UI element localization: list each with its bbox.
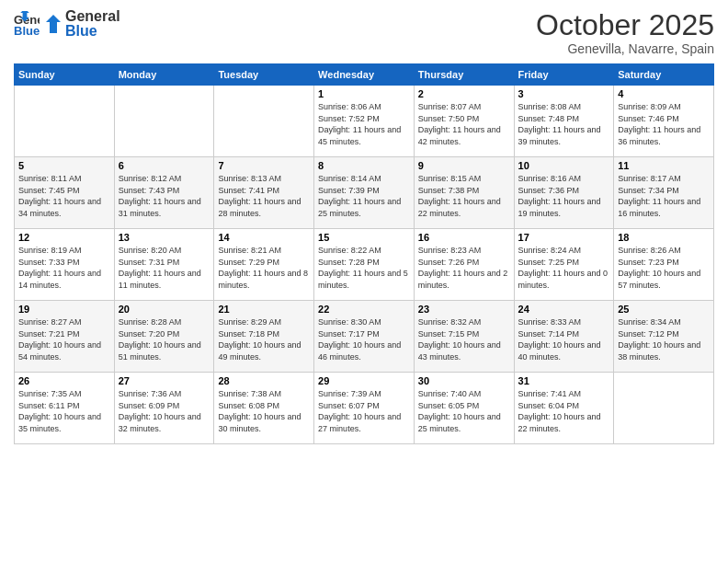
calendar-cell: 27Sunrise: 7:36 AM Sunset: 6:09 PM Dayli… (114, 373, 214, 444)
calendar-week-3: 12Sunrise: 8:19 AM Sunset: 7:33 PM Dayli… (15, 229, 714, 301)
calendar-body: 1Sunrise: 8:06 AM Sunset: 7:52 PM Daylig… (15, 86, 714, 444)
day-info: Sunrise: 8:30 AM Sunset: 7:17 PM Dayligh… (318, 316, 410, 362)
day-info: Sunrise: 8:22 AM Sunset: 7:28 PM Dayligh… (318, 245, 410, 291)
calendar-cell: 14Sunrise: 8:21 AM Sunset: 7:29 PM Dayli… (214, 229, 314, 301)
day-number: 4 (618, 88, 710, 99)
calendar-cell: 16Sunrise: 8:23 AM Sunset: 7:26 PM Dayli… (414, 229, 514, 301)
day-info: Sunrise: 7:35 AM Sunset: 6:11 PM Dayligh… (18, 388, 110, 434)
general-blue-logo-graphic (43, 14, 63, 34)
day-number: 19 (18, 304, 110, 315)
day-info: Sunrise: 8:29 AM Sunset: 7:18 PM Dayligh… (218, 316, 310, 362)
day-info: Sunrise: 7:39 AM Sunset: 6:07 PM Dayligh… (318, 388, 410, 434)
calendar-cell: 12Sunrise: 8:19 AM Sunset: 7:33 PM Dayli… (15, 229, 115, 301)
calendar-cell: 7Sunrise: 8:13 AM Sunset: 7:41 PM Daylig… (214, 157, 314, 229)
svg-marker-3 (46, 15, 61, 33)
title-block: October 2025 Genevilla, Navarre, Spain (536, 9, 714, 56)
day-info: Sunrise: 8:28 AM Sunset: 7:20 PM Dayligh… (119, 316, 210, 362)
day-info: Sunrise: 8:14 AM Sunset: 7:39 PM Dayligh… (318, 173, 410, 219)
day-number: 8 (318, 160, 410, 171)
day-info: Sunrise: 8:12 AM Sunset: 7:43 PM Dayligh… (119, 173, 210, 219)
day-info: Sunrise: 8:27 AM Sunset: 7:21 PM Dayligh… (18, 316, 110, 362)
day-info: Sunrise: 7:40 AM Sunset: 6:05 PM Dayligh… (418, 388, 510, 434)
logo-general-text: General (65, 9, 120, 24)
logo-icon: General Blue (14, 11, 40, 37)
day-number: 14 (218, 232, 310, 243)
calendar-cell: 13Sunrise: 8:20 AM Sunset: 7:31 PM Dayli… (114, 229, 214, 301)
calendar-cell: 8Sunrise: 8:14 AM Sunset: 7:39 PM Daylig… (314, 157, 415, 229)
day-number: 21 (218, 304, 310, 315)
calendar-week-4: 19Sunrise: 8:27 AM Sunset: 7:21 PM Dayli… (15, 301, 714, 373)
day-info: Sunrise: 8:23 AM Sunset: 7:26 PM Dayligh… (418, 245, 510, 291)
day-number: 18 (618, 232, 710, 243)
day-info: Sunrise: 8:33 AM Sunset: 7:14 PM Dayligh… (518, 316, 610, 362)
day-info: Sunrise: 8:21 AM Sunset: 7:29 PM Dayligh… (218, 245, 310, 291)
day-info: Sunrise: 8:07 AM Sunset: 7:50 PM Dayligh… (418, 101, 510, 147)
day-number: 24 (518, 304, 610, 315)
day-number: 1 (318, 88, 410, 99)
calendar-cell: 3Sunrise: 8:08 AM Sunset: 7:48 PM Daylig… (514, 86, 614, 157)
calendar-header-row: SundayMondayTuesdayWednesdayThursdayFrid… (15, 64, 714, 86)
day-number: 23 (418, 304, 510, 315)
day-number: 13 (119, 232, 210, 243)
calendar-cell: 4Sunrise: 8:09 AM Sunset: 7:46 PM Daylig… (614, 86, 714, 157)
calendar-cell: 17Sunrise: 8:24 AM Sunset: 7:25 PM Dayli… (514, 229, 614, 301)
calendar-cell: 29Sunrise: 7:39 AM Sunset: 6:07 PM Dayli… (314, 373, 415, 444)
day-number: 12 (18, 232, 110, 243)
calendar-cell: 28Sunrise: 7:38 AM Sunset: 6:08 PM Dayli… (214, 373, 314, 444)
day-number: 9 (418, 160, 510, 171)
calendar-cell: 10Sunrise: 8:16 AM Sunset: 7:36 PM Dayli… (514, 157, 614, 229)
day-number: 2 (418, 88, 510, 99)
calendar-cell: 11Sunrise: 8:17 AM Sunset: 7:34 PM Dayli… (614, 157, 714, 229)
day-number: 11 (618, 160, 710, 171)
calendar-cell (114, 86, 214, 157)
day-info: Sunrise: 8:06 AM Sunset: 7:52 PM Dayligh… (318, 101, 410, 147)
day-number: 27 (119, 375, 210, 386)
calendar-cell (15, 86, 115, 157)
day-info: Sunrise: 8:32 AM Sunset: 7:15 PM Dayligh… (418, 316, 510, 362)
calendar-cell (614, 373, 714, 444)
logo: General Blue General Blue (14, 9, 120, 39)
day-number: 7 (218, 160, 310, 171)
calendar-cell (214, 86, 314, 157)
calendar-cell: 22Sunrise: 8:30 AM Sunset: 7:17 PM Dayli… (314, 301, 415, 373)
calendar-header-saturday: Saturday (614, 64, 714, 86)
day-number: 22 (318, 304, 410, 315)
calendar-header-monday: Monday (114, 64, 214, 86)
month-title: October 2025 (536, 9, 714, 41)
calendar-cell: 2Sunrise: 8:07 AM Sunset: 7:50 PM Daylig… (414, 86, 514, 157)
day-info: Sunrise: 8:20 AM Sunset: 7:31 PM Dayligh… (119, 245, 210, 291)
calendar-week-5: 26Sunrise: 7:35 AM Sunset: 6:11 PM Dayli… (15, 373, 714, 444)
location-subtitle: Genevilla, Navarre, Spain (536, 41, 714, 56)
calendar-cell: 1Sunrise: 8:06 AM Sunset: 7:52 PM Daylig… (314, 86, 415, 157)
day-info: Sunrise: 8:08 AM Sunset: 7:48 PM Dayligh… (518, 101, 610, 147)
calendar-cell: 21Sunrise: 8:29 AM Sunset: 7:18 PM Dayli… (214, 301, 314, 373)
page-header: General Blue General Blue October 2025 G… (14, 9, 714, 56)
calendar-header-wednesday: Wednesday (314, 64, 415, 86)
day-number: 30 (418, 375, 510, 386)
day-number: 6 (119, 160, 210, 171)
day-info: Sunrise: 8:13 AM Sunset: 7:41 PM Dayligh… (218, 173, 310, 219)
day-info: Sunrise: 8:16 AM Sunset: 7:36 PM Dayligh… (518, 173, 610, 219)
day-number: 10 (518, 160, 610, 171)
day-info: Sunrise: 8:09 AM Sunset: 7:46 PM Dayligh… (618, 101, 710, 147)
day-number: 28 (218, 375, 310, 386)
calendar-table: SundayMondayTuesdayWednesdayThursdayFrid… (14, 63, 714, 444)
calendar-header-friday: Friday (514, 64, 614, 86)
day-info: Sunrise: 8:34 AM Sunset: 7:12 PM Dayligh… (618, 316, 710, 362)
calendar-cell: 23Sunrise: 8:32 AM Sunset: 7:15 PM Dayli… (414, 301, 514, 373)
calendar-cell: 15Sunrise: 8:22 AM Sunset: 7:28 PM Dayli… (314, 229, 415, 301)
day-info: Sunrise: 8:15 AM Sunset: 7:38 PM Dayligh… (418, 173, 510, 219)
day-number: 5 (18, 160, 110, 171)
calendar-cell: 31Sunrise: 7:41 AM Sunset: 6:04 PM Dayli… (514, 373, 614, 444)
day-number: 31 (518, 375, 610, 386)
calendar-cell: 20Sunrise: 8:28 AM Sunset: 7:20 PM Dayli… (114, 301, 214, 373)
calendar-header-tuesday: Tuesday (214, 64, 314, 86)
day-info: Sunrise: 8:24 AM Sunset: 7:25 PM Dayligh… (518, 245, 610, 291)
calendar-header-sunday: Sunday (15, 64, 115, 86)
calendar-cell: 26Sunrise: 7:35 AM Sunset: 6:11 PM Dayli… (15, 373, 115, 444)
day-info: Sunrise: 7:38 AM Sunset: 6:08 PM Dayligh… (218, 388, 310, 434)
day-number: 16 (418, 232, 510, 243)
day-info: Sunrise: 8:17 AM Sunset: 7:34 PM Dayligh… (618, 173, 710, 219)
calendar-cell: 25Sunrise: 8:34 AM Sunset: 7:12 PM Dayli… (614, 301, 714, 373)
calendar-cell: 30Sunrise: 7:40 AM Sunset: 6:05 PM Dayli… (414, 373, 514, 444)
